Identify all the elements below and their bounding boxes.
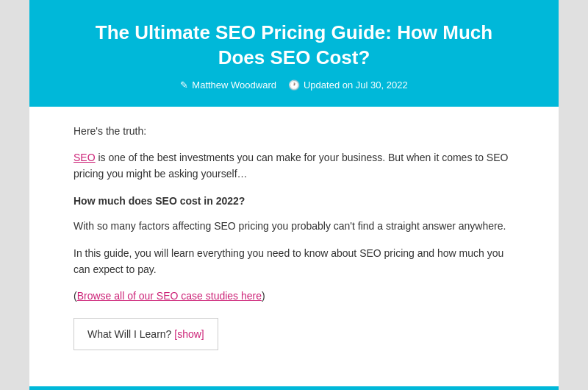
browse-link[interactable]: Browse all of our SEO case studies here [77,290,262,302]
bold-question: How much does SEO cost in 2022? [74,193,514,209]
updated-meta: 🕐 Updated on Jul 30, 2022 [288,79,408,91]
seo-link[interactable]: SEO [74,152,96,163]
toc-show-button[interactable]: [show] [174,328,204,340]
paragraph-1-after: is one of the best investments you can m… [74,152,508,180]
intro-text: Here's the truth: [74,123,514,139]
clock-icon: 🕐 [288,79,300,91]
toc-box: What Will I Learn? [show] [74,318,218,350]
browse-paragraph: (Browse all of our SEO case studies here… [74,288,514,304]
page-title: The Ultimate SEO Pricing Guide: How Much… [74,21,514,71]
author-name: Matthew Woodward [192,79,276,91]
person-icon: ✎ [180,79,188,91]
paragraph-1: SEO is one of the best investments you c… [74,149,514,182]
bottom-accent-bar [29,386,559,390]
article-content: Here's the truth: SEO is one of the best… [29,107,559,366]
page-header: The Ultimate SEO Pricing Guide: How Much… [29,0,559,107]
updated-date: Updated on Jul 30, 2022 [304,79,408,91]
paragraph-3: In this guide, you will learn everything… [74,245,514,278]
header-meta: ✎ Matthew Woodward 🕐 Updated on Jul 30, … [74,79,514,91]
author-meta: ✎ Matthew Woodward [180,79,276,91]
paragraph-2: With so many factors affecting SEO prici… [74,218,514,234]
toc-label: What Will I Learn? [87,328,171,340]
